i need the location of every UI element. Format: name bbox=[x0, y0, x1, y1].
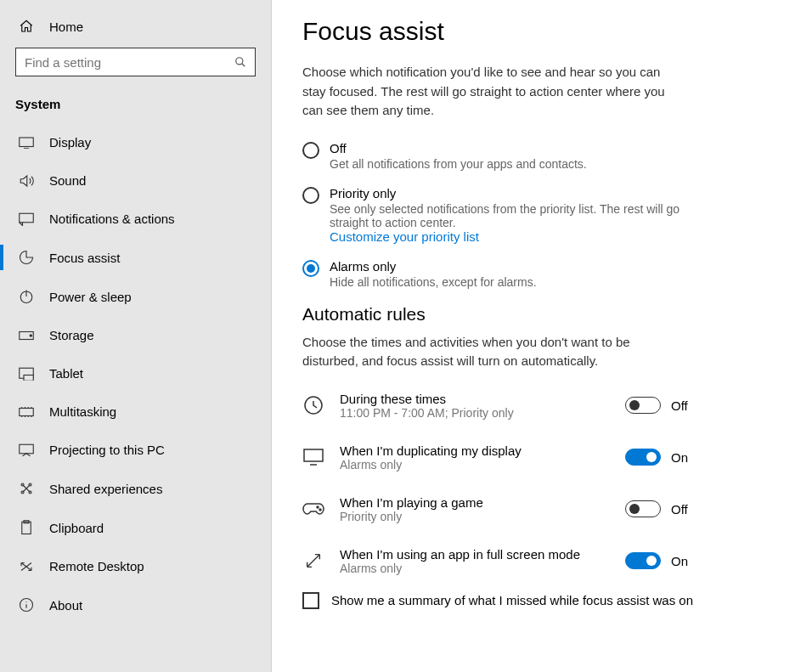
summary-checkbox-row[interactable]: Show me a summary of what I missed while… bbox=[302, 592, 781, 609]
rule-sub: 11:00 PM - 7:00 AM; Priority only bbox=[340, 406, 610, 420]
clock-icon bbox=[302, 395, 324, 415]
svg-rect-18 bbox=[304, 449, 323, 461]
sidebar-item-focus-assist[interactable]: Focus assist bbox=[0, 238, 271, 277]
rule-toggle[interactable] bbox=[625, 552, 661, 569]
shared-icon bbox=[19, 481, 34, 496]
fullscreen-icon bbox=[302, 551, 324, 570]
sidebar-item-storage[interactable]: Storage bbox=[0, 316, 271, 354]
notifications-icon bbox=[19, 212, 34, 226]
summary-checkbox-label: Show me a summary of what I missed while… bbox=[331, 593, 693, 607]
radio-circle bbox=[302, 142, 319, 159]
radio-priority-title: Priority only bbox=[330, 186, 693, 200]
rule-sub: Priority only bbox=[340, 510, 610, 523]
sidebar-section-title: System bbox=[0, 92, 271, 123]
sidebar-item-label: Remote Desktop bbox=[49, 559, 144, 573]
radio-priority-sub: See only selected notifications from the… bbox=[330, 202, 693, 229]
power-icon bbox=[19, 289, 34, 304]
sidebar-item-sound[interactable]: Sound bbox=[0, 161, 271, 200]
game-icon bbox=[302, 501, 324, 517]
multitasking-icon bbox=[19, 406, 34, 418]
sidebar: Home System Display Sound Notifications … bbox=[0, 0, 272, 672]
page-description: Choose which notification you'd like to … bbox=[302, 63, 668, 121]
rule-toggle[interactable] bbox=[625, 500, 661, 517]
home-icon bbox=[19, 19, 34, 34]
sound-icon bbox=[19, 174, 34, 188]
svg-point-5 bbox=[30, 334, 31, 336]
focus-assist-icon bbox=[19, 250, 34, 265]
sidebar-item-about[interactable]: About bbox=[0, 585, 271, 624]
svg-point-19 bbox=[317, 506, 319, 508]
radio-alarms[interactable]: Alarms only Hide all notifications, exce… bbox=[302, 259, 693, 289]
sidebar-item-notifications[interactable]: Notifications & actions bbox=[0, 200, 271, 238]
toggle-label: On bbox=[671, 450, 693, 465]
sidebar-item-projecting[interactable]: Projecting to this PC bbox=[0, 431, 271, 469]
sidebar-item-label: Notifications & actions bbox=[49, 212, 175, 226]
rule-title: When I'm playing a game bbox=[340, 495, 610, 510]
toggle-label: Off bbox=[671, 502, 693, 517]
radio-off-sub: Get all notifications from your apps and… bbox=[330, 157, 587, 171]
rule-during-times[interactable]: During these times 11:00 PM - 7:00 AM; P… bbox=[302, 380, 693, 432]
sidebar-item-clipboard[interactable]: Clipboard bbox=[0, 508, 271, 547]
rule-playing-game[interactable]: When I'm playing a game Priority only Of… bbox=[302, 483, 693, 535]
clipboard-icon bbox=[19, 520, 34, 535]
radio-off-title: Off bbox=[330, 141, 587, 155]
rule-duplicating-display[interactable]: When I'm duplicating my display Alarms o… bbox=[302, 432, 693, 483]
search-icon bbox=[234, 56, 246, 68]
search-wrap bbox=[0, 48, 271, 92]
svg-rect-9 bbox=[20, 444, 34, 454]
sidebar-item-label: Display bbox=[49, 135, 91, 150]
sidebar-item-multitasking[interactable]: Multitasking bbox=[0, 392, 271, 431]
sidebar-item-label: Clipboard bbox=[49, 521, 104, 535]
toggle-label: On bbox=[671, 554, 693, 568]
sidebar-item-remote-desktop[interactable]: Remote Desktop bbox=[0, 547, 271, 585]
radio-alarms-sub: Hide all notifications, except for alarm… bbox=[330, 275, 537, 289]
svg-rect-7 bbox=[24, 375, 33, 381]
main-panel: Focus assist Choose which notification y… bbox=[272, 0, 812, 672]
search-box[interactable] bbox=[15, 48, 256, 76]
page-title: Focus assist bbox=[302, 17, 781, 46]
projecting-icon bbox=[19, 443, 34, 457]
rules-description: Choose the times and activities when you… bbox=[302, 333, 668, 371]
remote-desktop-icon bbox=[19, 560, 34, 573]
display-icon bbox=[302, 449, 324, 466]
toggle-label: Off bbox=[671, 398, 693, 413]
sidebar-item-shared-experiences[interactable]: Shared experiences bbox=[0, 469, 271, 508]
rule-toggle[interactable] bbox=[625, 397, 661, 414]
storage-icon bbox=[19, 330, 34, 341]
display-icon bbox=[19, 137, 34, 149]
svg-rect-2 bbox=[20, 213, 34, 223]
sidebar-item-display[interactable]: Display bbox=[0, 123, 271, 161]
rules-heading: Automatic rules bbox=[302, 304, 781, 325]
radio-priority[interactable]: Priority only See only selected notifica… bbox=[302, 186, 693, 244]
sidebar-item-label: Power & sleep bbox=[49, 290, 132, 304]
svg-point-0 bbox=[236, 58, 243, 65]
tablet-icon bbox=[19, 367, 34, 381]
radio-circle bbox=[302, 187, 319, 204]
radio-circle bbox=[302, 260, 319, 277]
radio-off[interactable]: Off Get all notifications from your apps… bbox=[302, 141, 693, 171]
svg-rect-8 bbox=[20, 408, 34, 415]
search-input[interactable] bbox=[25, 55, 234, 70]
svg-rect-14 bbox=[22, 522, 31, 534]
radio-alarms-title: Alarms only bbox=[330, 259, 537, 274]
sidebar-item-label: Tablet bbox=[49, 366, 83, 381]
customize-priority-link[interactable]: Customize your priority list bbox=[330, 229, 693, 244]
rule-fullscreen-app[interactable]: When I'm using an app in full screen mod… bbox=[302, 535, 693, 587]
sidebar-item-label: Multitasking bbox=[49, 404, 116, 419]
svg-point-20 bbox=[319, 509, 321, 511]
sidebar-item-tablet[interactable]: Tablet bbox=[0, 354, 271, 392]
sidebar-item-label: Sound bbox=[49, 173, 86, 188]
sidebar-home[interactable]: Home bbox=[0, 12, 271, 48]
rule-sub: Alarms only bbox=[340, 458, 610, 472]
sidebar-item-label: Projecting to this PC bbox=[49, 443, 165, 457]
sidebar-item-label: Focus assist bbox=[49, 251, 120, 265]
rule-title: When I'm using an app in full screen mod… bbox=[340, 547, 610, 562]
sidebar-item-power-sleep[interactable]: Power & sleep bbox=[0, 277, 271, 316]
checkbox[interactable] bbox=[302, 592, 319, 609]
sidebar-item-label: Storage bbox=[49, 328, 94, 342]
sidebar-home-label: Home bbox=[49, 20, 83, 34]
sidebar-item-label: About bbox=[49, 598, 82, 613]
sidebar-item-label: Shared experiences bbox=[49, 482, 162, 496]
rule-toggle[interactable] bbox=[625, 449, 661, 466]
rule-title: When I'm duplicating my display bbox=[340, 443, 610, 458]
